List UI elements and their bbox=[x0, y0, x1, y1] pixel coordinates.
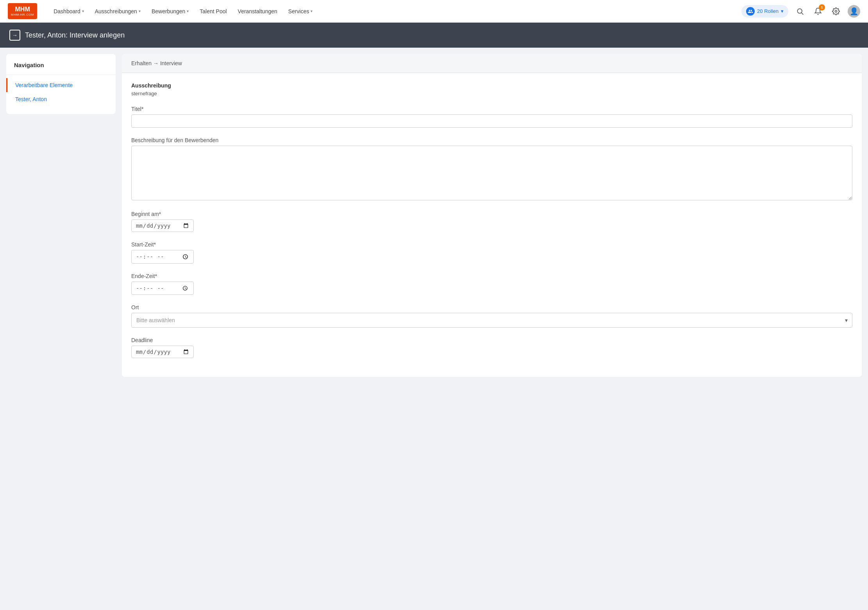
topnav: MHM MHM-HR.COM Dashboard ▾ Ausschreibung… bbox=[0, 0, 868, 23]
deadline-date-input[interactable] bbox=[131, 346, 194, 358]
ende-zeit-input[interactable] bbox=[131, 282, 194, 295]
chevron-down-icon: ▾ bbox=[311, 9, 313, 13]
nav-talentpool[interactable]: Talent Pool bbox=[195, 6, 231, 17]
ausschreibung-label: Ausschreibung bbox=[131, 82, 852, 89]
beschreibung-textarea[interactable] bbox=[131, 146, 852, 200]
notification-badge: 1 bbox=[819, 4, 825, 11]
logo[interactable]: MHM MHM-HR.COM bbox=[8, 3, 37, 19]
ort-select-wrapper: Bitte auswählen ▾ bbox=[131, 313, 852, 328]
nav-ausschreibungen[interactable]: Ausschreibungen ▾ bbox=[90, 6, 145, 17]
breadcrumb-arrow-icon: → bbox=[9, 30, 20, 41]
roles-icon bbox=[746, 7, 755, 16]
notification-icon[interactable]: 1 bbox=[812, 5, 824, 18]
ort-label: Ort bbox=[131, 304, 852, 310]
beschreibung-section: Beschreibung für den Bewerbenden bbox=[131, 137, 852, 202]
titel-label: Titel* bbox=[131, 106, 852, 112]
start-zeit-label: Start-Zeit* bbox=[131, 241, 852, 248]
sidebar-item-tester-anton[interactable]: Tester, Anton bbox=[6, 92, 116, 106]
ausschreibung-value: sternefrage bbox=[131, 91, 157, 96]
beginnt-label: Beginnt am* bbox=[131, 211, 852, 217]
beginnt-section: Beginnt am* bbox=[131, 211, 852, 232]
nav-bewerbungen[interactable]: Bewerbungen ▾ bbox=[147, 6, 193, 17]
nav-services[interactable]: Services ▾ bbox=[284, 6, 318, 17]
deadline-label: Deadline bbox=[131, 337, 852, 343]
beginnt-date-input[interactable] bbox=[131, 219, 194, 232]
content-area: Erhalten → Interview Ausschreibung stern… bbox=[122, 54, 862, 606]
page-title: Tester, Anton: Interview anlegen bbox=[25, 31, 125, 39]
chevron-down-icon: ▾ bbox=[139, 9, 141, 13]
breadcrumb-bar: → Tester, Anton: Interview anlegen bbox=[0, 23, 868, 48]
avatar[interactable]: 👤 bbox=[848, 5, 860, 18]
nav-dashboard[interactable]: Dashboard ▾ bbox=[49, 6, 89, 17]
topnav-menu: Dashboard ▾ Ausschreibungen ▾ Bewerbunge… bbox=[49, 6, 741, 17]
ende-zeit-label: Ende-Zeit* bbox=[131, 273, 852, 279]
sidebar: Navigation Verarbeitbare Elemente Tester… bbox=[6, 54, 116, 114]
content-card: Erhalten → Interview Ausschreibung stern… bbox=[122, 54, 862, 377]
ausschreibung-section: Ausschreibung sternefrage bbox=[131, 82, 852, 96]
chevron-down-icon: ▾ bbox=[781, 8, 784, 14]
search-icon[interactable] bbox=[794, 5, 806, 18]
beschreibung-label: Beschreibung für den Bewerbenden bbox=[131, 137, 852, 143]
deadline-section: Deadline bbox=[131, 337, 852, 358]
settings-icon[interactable] bbox=[830, 5, 842, 18]
ort-select[interactable]: Bitte auswählen bbox=[131, 313, 852, 328]
sidebar-title: Navigation bbox=[6, 62, 116, 75]
ende-zeit-section: Ende-Zeit* bbox=[131, 273, 852, 295]
chevron-down-icon: ▾ bbox=[187, 9, 189, 13]
svg-point-2 bbox=[835, 10, 837, 12]
svg-point-0 bbox=[797, 9, 802, 13]
topnav-right: 20 Rollen ▾ 1 👤 bbox=[741, 5, 860, 18]
svg-line-1 bbox=[802, 12, 804, 14]
start-zeit-section: Start-Zeit* bbox=[131, 241, 852, 264]
ort-section: Ort Bitte auswählen ▾ bbox=[131, 304, 852, 328]
roles-button[interactable]: 20 Rollen ▾ bbox=[741, 5, 788, 18]
main-layout: Navigation Verarbeitbare Elemente Tester… bbox=[0, 48, 868, 610]
titel-section: Titel* bbox=[131, 106, 852, 128]
sidebar-item-verarbeitbare-elemente[interactable]: Verarbeitbare Elemente bbox=[6, 78, 116, 92]
content-header: Erhalten → Interview bbox=[122, 54, 862, 73]
nav-veranstaltungen[interactable]: Veranstaltungen bbox=[233, 6, 282, 17]
form-breadcrumb: Erhalten → Interview bbox=[131, 60, 852, 66]
content-form: Ausschreibung sternefrage Titel* Beschre… bbox=[122, 73, 862, 377]
titel-input[interactable] bbox=[131, 114, 852, 128]
chevron-down-icon: ▾ bbox=[82, 9, 84, 13]
start-zeit-input[interactable] bbox=[131, 250, 194, 264]
